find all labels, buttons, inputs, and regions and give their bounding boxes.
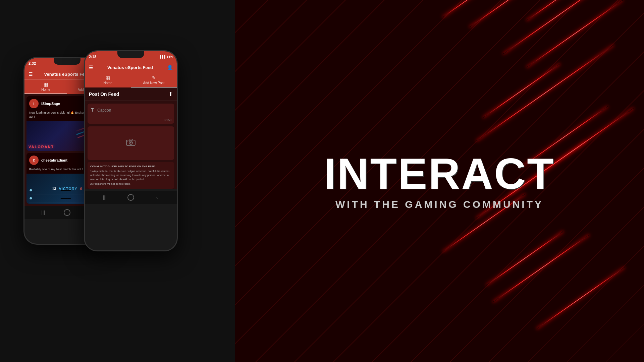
phone-2-notch bbox=[117, 51, 144, 58]
interact-text-container: INTERACT WITH THE GAMING COMMUNITY bbox=[324, 152, 555, 210]
phone-2-bottom-nav: ||| ‹ bbox=[85, 191, 177, 204]
phone-2-signal: ▐▐▐ 54% bbox=[159, 55, 173, 58]
phone-2-profile-icon[interactable]: 👤 bbox=[167, 65, 173, 70]
back-btn-1[interactable]: ||| bbox=[40, 209, 47, 216]
upload-icon[interactable]: ⬆ bbox=[168, 91, 173, 97]
phone-2-menu-icon[interactable]: ☰ bbox=[89, 65, 93, 70]
guidelines-item-2: 2) Plagiarism will not be tolerated. bbox=[90, 182, 171, 186]
home-icon: ▦ bbox=[44, 82, 48, 87]
svg-point-2 bbox=[130, 142, 131, 143]
image-upload-box[interactable] bbox=[88, 126, 174, 160]
phone-1-notch bbox=[54, 58, 80, 65]
neon-line-3 bbox=[526, 0, 595, 21]
char-count: 0/150 bbox=[164, 118, 171, 122]
phone-2-home-tab[interactable]: ▦ Home bbox=[85, 73, 131, 87]
valorant-logo: VALORANT bbox=[29, 145, 54, 149]
phone-1-home-tab[interactable]: ▦ Home bbox=[24, 80, 67, 94]
neon-line-1 bbox=[469, 0, 552, 27]
phone-1-app-title: Venatus eSports Feed bbox=[44, 72, 90, 77]
camera-icon bbox=[126, 138, 136, 148]
recent-btn-2[interactable]: ‹ bbox=[154, 194, 160, 201]
avatar-1: i bbox=[29, 99, 39, 108]
phone-1-time: 2:32 bbox=[29, 61, 36, 65]
back-btn-2[interactable]: ||| bbox=[101, 194, 108, 201]
caption-box[interactable]: T Caption 0/150 bbox=[88, 104, 174, 124]
home-tab-label-2: Home bbox=[103, 81, 112, 85]
svg-rect-4 bbox=[127, 141, 128, 141]
neon-line-13 bbox=[486, 231, 564, 286]
neon-line-14 bbox=[536, 267, 625, 329]
avatar-2: c bbox=[29, 156, 39, 165]
home-btn-1[interactable] bbox=[64, 209, 70, 216]
phone-2-app-title: Venatus eSports Feed bbox=[107, 65, 153, 70]
home-tab-label: Home bbox=[41, 88, 50, 92]
neon-line-2 bbox=[503, 0, 613, 54]
neon-line-10 bbox=[442, 0, 498, 17]
post-on-feed-title: Post On Feed bbox=[89, 92, 119, 97]
neon-line-11 bbox=[476, 45, 614, 141]
home-icon-2: ▦ bbox=[106, 75, 110, 80]
interact-sub-text: WITH THE GAMING COMMUNITY bbox=[324, 199, 555, 210]
phone-2-add-tab[interactable]: ✎ Add New Post bbox=[131, 73, 177, 87]
phone-1-menu-icon[interactable]: ☰ bbox=[29, 71, 33, 77]
right-section: INTERACT WITH THE GAMING COMMUNITY bbox=[235, 0, 644, 362]
phone-2-nav-tabs: ▦ Home ✎ Add New Post bbox=[85, 73, 177, 87]
left-section: 2:32 ▐▐▐ 53% ☰ Venatus eSports Feed ▦ Ho… bbox=[0, 0, 235, 362]
phone-2-time: 2:18 bbox=[89, 55, 96, 59]
username-2: cheetahradiant bbox=[41, 158, 67, 162]
camera-icon-container bbox=[126, 138, 136, 148]
phone-2: 2:18 ▐▐▐ 54% ☰ Venatus eSports Feed 👤 ▦ … bbox=[84, 50, 178, 251]
add-tab-label-2: Add New Post bbox=[143, 81, 164, 85]
interact-main-text: INTERACT bbox=[324, 152, 555, 195]
home-btn-2[interactable] bbox=[127, 194, 134, 201]
caption-prefix: T bbox=[91, 107, 94, 113]
guidelines-title: COMMUNITY GUIDELINES TO POST ON THE FEED… bbox=[90, 165, 171, 169]
add-post-icon-2: ✎ bbox=[152, 75, 156, 80]
guidelines-item-1: 1) Any material that is abusive, vulgar,… bbox=[90, 169, 171, 181]
post-screen: Post On Feed ⬆ T Caption 0/150 bbox=[85, 87, 177, 189]
guidelines-box: COMMUNITY GUIDELINES TO POST ON THE FEED… bbox=[88, 162, 174, 189]
post-on-feed-header: Post On Feed ⬆ bbox=[85, 87, 177, 101]
phone-2-app-header: ☰ Venatus eSports Feed 👤 bbox=[85, 62, 177, 73]
username-1: iSimpSage bbox=[41, 102, 60, 106]
caption-placeholder: Caption bbox=[97, 108, 111, 113]
neon-line-9 bbox=[493, 234, 589, 302]
phones-container: 2:32 ▐▐▐ 53% ☰ Venatus eSports Feed ▦ Ho… bbox=[17, 30, 218, 332]
